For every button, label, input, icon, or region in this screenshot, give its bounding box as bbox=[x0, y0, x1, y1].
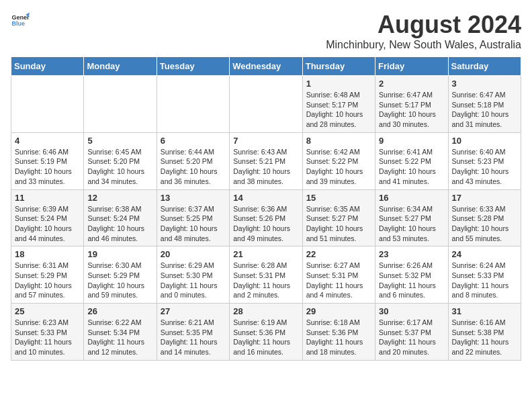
day-info: Sunrise: 6:29 AMSunset: 5:30 PMDaylight:… bbox=[161, 261, 226, 300]
day-info: Sunrise: 6:41 AMSunset: 5:22 PMDaylight:… bbox=[379, 147, 444, 187]
calendar-cell: 28Sunrise: 6:19 AMSunset: 5:36 PMDayligh… bbox=[230, 304, 302, 361]
title-area: August 2024 Minchinbury, New South Wales… bbox=[326, 11, 521, 51]
day-info: Sunrise: 6:38 AMSunset: 5:24 PMDaylight:… bbox=[87, 204, 152, 244]
day-number: 30 bbox=[379, 306, 444, 316]
calendar-cell bbox=[157, 76, 229, 133]
day-info: Sunrise: 6:37 AMSunset: 5:25 PMDaylight:… bbox=[161, 204, 226, 244]
day-info: Sunrise: 6:22 AMSunset: 5:34 PMDaylight:… bbox=[87, 318, 152, 357]
weekday-header-tuesday: Tuesday bbox=[157, 57, 229, 76]
calendar-cell bbox=[230, 76, 302, 133]
day-number: 5 bbox=[87, 136, 152, 146]
day-info: Sunrise: 6:27 AMSunset: 5:31 PMDaylight:… bbox=[306, 261, 371, 300]
day-number: 2 bbox=[379, 79, 444, 89]
logo: General Blue bbox=[11, 11, 30, 30]
day-info: Sunrise: 6:44 AMSunset: 5:20 PMDaylight:… bbox=[161, 147, 226, 187]
day-number: 10 bbox=[452, 136, 517, 146]
calendar-cell: 9Sunrise: 6:41 AMSunset: 5:22 PMDaylight… bbox=[375, 132, 448, 189]
calendar-cell: 11Sunrise: 6:39 AMSunset: 5:24 PMDayligh… bbox=[11, 189, 84, 246]
day-number: 26 bbox=[87, 306, 152, 316]
calendar-cell: 16Sunrise: 6:34 AMSunset: 5:27 PMDayligh… bbox=[375, 189, 448, 246]
weekday-header-thursday: Thursday bbox=[302, 57, 375, 76]
day-number: 22 bbox=[306, 249, 371, 259]
calendar-cell bbox=[11, 76, 84, 133]
day-number: 17 bbox=[452, 193, 517, 203]
weekday-header-wednesday: Wednesday bbox=[230, 57, 302, 76]
day-number: 19 bbox=[87, 249, 152, 259]
day-number: 28 bbox=[233, 306, 298, 316]
day-info: Sunrise: 6:47 AMSunset: 5:17 PMDaylight:… bbox=[379, 90, 444, 130]
day-number: 7 bbox=[233, 136, 298, 146]
day-info: Sunrise: 6:40 AMSunset: 5:23 PMDaylight:… bbox=[452, 147, 517, 187]
calendar-week-2: 11Sunrise: 6:39 AMSunset: 5:24 PMDayligh… bbox=[11, 189, 521, 246]
main-title: August 2024 bbox=[326, 11, 521, 39]
day-number: 25 bbox=[15, 306, 80, 316]
calendar-cell: 14Sunrise: 6:36 AMSunset: 5:26 PMDayligh… bbox=[230, 189, 302, 246]
day-info: Sunrise: 6:28 AMSunset: 5:31 PMDaylight:… bbox=[233, 261, 298, 300]
day-number: 29 bbox=[306, 306, 371, 316]
calendar-cell: 5Sunrise: 6:45 AMSunset: 5:20 PMDaylight… bbox=[84, 132, 157, 189]
day-info: Sunrise: 6:31 AMSunset: 5:29 PMDaylight:… bbox=[15, 261, 80, 300]
day-number: 4 bbox=[15, 136, 80, 146]
day-number: 14 bbox=[233, 193, 298, 203]
day-number: 27 bbox=[161, 306, 226, 316]
day-info: Sunrise: 6:19 AMSunset: 5:36 PMDaylight:… bbox=[233, 318, 298, 357]
calendar-cell: 13Sunrise: 6:37 AMSunset: 5:25 PMDayligh… bbox=[157, 189, 229, 246]
calendar-cell: 21Sunrise: 6:28 AMSunset: 5:31 PMDayligh… bbox=[230, 246, 302, 304]
day-number: 13 bbox=[161, 193, 226, 203]
day-info: Sunrise: 6:17 AMSunset: 5:37 PMDaylight:… bbox=[379, 318, 444, 357]
day-number: 24 bbox=[452, 249, 517, 259]
day-info: Sunrise: 6:47 AMSunset: 5:18 PMDaylight:… bbox=[452, 90, 517, 130]
day-number: 15 bbox=[306, 193, 371, 203]
day-info: Sunrise: 6:21 AMSunset: 5:35 PMDaylight:… bbox=[161, 318, 226, 357]
calendar-cell: 15Sunrise: 6:35 AMSunset: 5:27 PMDayligh… bbox=[302, 189, 375, 246]
day-info: Sunrise: 6:45 AMSunset: 5:20 PMDaylight:… bbox=[87, 147, 152, 187]
calendar-cell: 17Sunrise: 6:33 AMSunset: 5:28 PMDayligh… bbox=[448, 189, 521, 246]
weekday-header-row: SundayMondayTuesdayWednesdayThursdayFrid… bbox=[11, 57, 521, 76]
calendar-cell: 18Sunrise: 6:31 AMSunset: 5:29 PMDayligh… bbox=[11, 246, 84, 304]
calendar-cell: 27Sunrise: 6:21 AMSunset: 5:35 PMDayligh… bbox=[157, 304, 229, 361]
day-number: 8 bbox=[306, 136, 371, 146]
day-number: 20 bbox=[161, 249, 226, 259]
calendar-cell: 31Sunrise: 6:16 AMSunset: 5:38 PMDayligh… bbox=[448, 304, 521, 361]
day-number: 9 bbox=[379, 136, 444, 146]
weekday-header-saturday: Saturday bbox=[448, 57, 521, 76]
day-number: 3 bbox=[452, 79, 517, 89]
day-info: Sunrise: 6:30 AMSunset: 5:29 PMDaylight:… bbox=[87, 261, 152, 300]
calendar-cell: 7Sunrise: 6:43 AMSunset: 5:21 PMDaylight… bbox=[230, 132, 302, 189]
day-info: Sunrise: 6:46 AMSunset: 5:19 PMDaylight:… bbox=[15, 147, 80, 187]
calendar-cell: 1Sunrise: 6:48 AMSunset: 5:17 PMDaylight… bbox=[302, 76, 375, 133]
day-number: 1 bbox=[306, 79, 371, 89]
day-number: 31 bbox=[452, 306, 517, 316]
day-info: Sunrise: 6:36 AMSunset: 5:26 PMDaylight:… bbox=[233, 204, 298, 244]
header: General Blue August 2024 Minchinbury, Ne… bbox=[11, 11, 521, 51]
day-info: Sunrise: 6:34 AMSunset: 5:27 PMDaylight:… bbox=[379, 204, 444, 244]
day-info: Sunrise: 6:43 AMSunset: 5:21 PMDaylight:… bbox=[233, 147, 298, 187]
day-number: 23 bbox=[379, 249, 444, 259]
calendar-cell: 30Sunrise: 6:17 AMSunset: 5:37 PMDayligh… bbox=[375, 304, 448, 361]
weekday-header-sunday: Sunday bbox=[11, 57, 84, 76]
weekday-header-friday: Friday bbox=[375, 57, 448, 76]
calendar-cell: 20Sunrise: 6:29 AMSunset: 5:30 PMDayligh… bbox=[157, 246, 229, 304]
calendar-cell: 4Sunrise: 6:46 AMSunset: 5:19 PMDaylight… bbox=[11, 132, 84, 189]
day-number: 11 bbox=[15, 193, 80, 203]
calendar-week-1: 4Sunrise: 6:46 AMSunset: 5:19 PMDaylight… bbox=[11, 132, 521, 189]
day-info: Sunrise: 6:35 AMSunset: 5:27 PMDaylight:… bbox=[306, 204, 371, 244]
day-number: 6 bbox=[161, 136, 226, 146]
calendar-cell: 29Sunrise: 6:18 AMSunset: 5:36 PMDayligh… bbox=[302, 304, 375, 361]
calendar-header: SundayMondayTuesdayWednesdayThursdayFrid… bbox=[11, 57, 521, 76]
calendar-cell: 12Sunrise: 6:38 AMSunset: 5:24 PMDayligh… bbox=[84, 189, 157, 246]
calendar-cell: 22Sunrise: 6:27 AMSunset: 5:31 PMDayligh… bbox=[302, 246, 375, 304]
day-info: Sunrise: 6:48 AMSunset: 5:17 PMDaylight:… bbox=[306, 90, 371, 130]
calendar-cell: 10Sunrise: 6:40 AMSunset: 5:23 PMDayligh… bbox=[448, 132, 521, 189]
calendar-cell: 23Sunrise: 6:26 AMSunset: 5:32 PMDayligh… bbox=[375, 246, 448, 304]
day-info: Sunrise: 6:18 AMSunset: 5:36 PMDaylight:… bbox=[306, 318, 371, 357]
calendar-cell: 3Sunrise: 6:47 AMSunset: 5:18 PMDaylight… bbox=[448, 76, 521, 133]
day-number: 16 bbox=[379, 193, 444, 203]
calendar-cell: 6Sunrise: 6:44 AMSunset: 5:20 PMDaylight… bbox=[157, 132, 229, 189]
day-info: Sunrise: 6:39 AMSunset: 5:24 PMDaylight:… bbox=[15, 204, 80, 244]
calendar-cell: 19Sunrise: 6:30 AMSunset: 5:29 PMDayligh… bbox=[84, 246, 157, 304]
svg-text:Blue: Blue bbox=[11, 20, 25, 27]
day-number: 12 bbox=[87, 193, 152, 203]
day-info: Sunrise: 6:26 AMSunset: 5:32 PMDaylight:… bbox=[379, 261, 444, 300]
calendar-cell bbox=[84, 76, 157, 133]
